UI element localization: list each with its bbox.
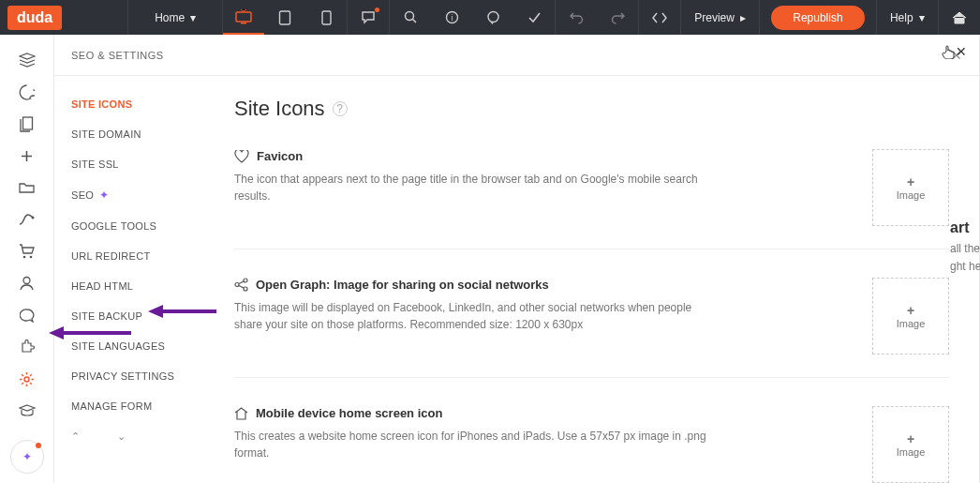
svg-rect-0	[236, 12, 251, 22]
rail-add[interactable]	[8, 142, 46, 170]
subnav-head-html[interactable]: HEAD HTML	[71, 271, 214, 301]
rail-settings[interactable]	[8, 365, 46, 393]
section-favicon: Favicon The icon that appears next to th…	[234, 149, 949, 249]
svg-rect-9	[23, 117, 33, 129]
ai-assistant-button[interactable]: ✦	[10, 440, 44, 474]
tablet-icon	[278, 10, 291, 25]
svg-point-12	[30, 256, 33, 259]
content-area: Site Icons ? Favicon The icon that appea…	[214, 76, 979, 483]
device-desktop[interactable]	[223, 0, 264, 35]
settings-subnav: SITE ICONS SITE DOMAIN SITE SSL SEO ✦ GO…	[54, 76, 214, 483]
info-icon: i	[445, 10, 459, 24]
mobile-icon	[321, 10, 332, 25]
rail-ecommerce[interactable]	[8, 237, 46, 265]
info-button[interactable]: i	[431, 0, 472, 35]
panel-body: SITE ICONS SITE DOMAIN SITE SSL SEO ✦ GO…	[54, 76, 979, 483]
svg-line-5	[412, 20, 416, 23]
subnav-site-languages[interactable]: SITE LANGUAGES	[71, 331, 214, 361]
section-title: Open Graph: Image for sharing on social …	[234, 278, 854, 292]
favicon-upload[interactable]: + Image	[872, 149, 949, 226]
canvas-peek: art all the ght here.	[950, 216, 980, 276]
section-description: This image will be displayed on Facebook…	[234, 299, 721, 333]
section-opengraph: Open Graph: Image for sharing on social …	[234, 278, 949, 378]
close-panel-button[interactable]: ✕	[951, 48, 963, 63]
plus-icon: +	[907, 174, 914, 189]
subnav-site-icons[interactable]: SITE ICONS	[71, 89, 214, 119]
undo-button[interactable]	[556, 0, 597, 35]
search-icon	[404, 10, 418, 24]
section-description: This creates a website home screen icon …	[234, 428, 721, 461]
sparkle-icon: ✦	[22, 450, 32, 463]
panel-header: SEO & SETTINGS ✕	[54, 35, 979, 76]
plus-badge-icon	[375, 8, 379, 12]
subnav-site-ssl[interactable]: SITE SSL	[71, 149, 214, 179]
check-button[interactable]	[513, 0, 555, 35]
play-icon: ▸	[740, 11, 746, 24]
subnav-google-tools[interactable]: GOOGLE TOOLS	[71, 211, 214, 241]
svg-point-8	[488, 12, 498, 23]
preview-button[interactable]: Preview ▸	[681, 0, 759, 35]
rail-content[interactable]	[8, 174, 46, 202]
rail-membership[interactable]	[8, 269, 46, 297]
palette-icon	[19, 84, 35, 100]
section-title: Favicon	[234, 149, 854, 163]
rail-layers[interactable]	[8, 46, 46, 74]
svg-rect-2	[280, 11, 290, 24]
rail-blog[interactable]	[8, 301, 46, 329]
subnav-site-backup[interactable]: SITE BACKUP	[71, 301, 214, 331]
chevron-down-icon: ▾	[190, 11, 196, 24]
section-mobile-icon: Mobile device home screen icon This crea…	[234, 406, 949, 483]
republish-button[interactable]: Republish	[771, 6, 865, 30]
svg-point-14	[24, 377, 29, 382]
chat-button[interactable]	[472, 0, 513, 35]
page-selector[interactable]: Home ▾	[128, 0, 222, 35]
rail-design[interactable]	[8, 78, 46, 106]
scroll-up-button[interactable]: ⌃	[71, 430, 80, 443]
subnav-url-redirect[interactable]: URL REDIRECT	[71, 241, 214, 271]
svg-point-10	[32, 217, 35, 219]
help-icon[interactable]: ?	[333, 101, 348, 116]
chevron-down-icon: ▾	[919, 11, 925, 24]
user-icon	[20, 276, 34, 291]
device-mobile[interactable]	[305, 0, 347, 35]
republish-label: Republish	[793, 11, 842, 24]
subnav-privacy-settings[interactable]: PRIVACY SETTINGS	[71, 361, 214, 391]
svg-point-11	[23, 256, 26, 259]
subnav-site-domain[interactable]: SITE DOMAIN	[71, 119, 214, 149]
rail-pages[interactable]	[8, 110, 46, 138]
main: ✦ SEO & SETTINGS ✕ SITE ICONS SITE DOMAI…	[0, 35, 980, 483]
left-rail: ✦	[0, 35, 54, 483]
comments-button[interactable]	[348, 0, 389, 35]
comment-icon	[361, 10, 376, 25]
devmode-button[interactable]	[639, 0, 680, 35]
notification-dot-icon	[36, 443, 41, 448]
help-dropdown[interactable]: Help ▾	[877, 0, 938, 35]
rail-apps[interactable]	[8, 333, 46, 361]
rail-personalize[interactable]	[8, 205, 46, 234]
section-description: The icon that appears next to the page t…	[234, 171, 721, 204]
svg-point-4	[405, 12, 413, 21]
opengraph-upload[interactable]: + Image	[872, 278, 949, 355]
plus-icon	[20, 149, 34, 163]
plus-icon: +	[907, 431, 914, 446]
home-icon	[952, 11, 967, 24]
svg-point-17	[244, 287, 247, 291]
settings-panel: SEO & SETTINGS ✕ SITE ICONS SITE DOMAIN …	[54, 35, 980, 483]
top-toolbar: duda Home ▾ i Preview ▸	[0, 0, 980, 35]
device-tablet[interactable]	[264, 0, 305, 35]
subnav-scroll-controls: ⌃ ⌄	[71, 421, 214, 452]
subnav-seo[interactable]: SEO ✦	[71, 179, 214, 211]
search-button[interactable]	[390, 0, 431, 35]
rail-education[interactable]	[8, 397, 46, 425]
layers-icon	[19, 53, 36, 68]
scroll-down-button[interactable]: ⌄	[117, 430, 126, 443]
home-button[interactable]	[939, 0, 980, 35]
svg-rect-3	[322, 11, 331, 24]
redo-icon	[611, 10, 625, 24]
subnav-manage-form[interactable]: MANAGE FORM	[71, 391, 214, 421]
cart-icon	[19, 244, 35, 259]
pages-icon	[20, 116, 34, 132]
svg-point-15	[235, 283, 239, 287]
mobile-icon-upload[interactable]: + Image	[872, 406, 949, 483]
redo-button[interactable]	[597, 0, 638, 35]
